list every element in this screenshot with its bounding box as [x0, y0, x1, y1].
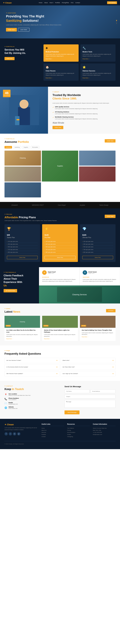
brand-0: Elizabeth — [12, 204, 18, 206]
starter-feature-0: 100 sqm plan area — [7, 240, 38, 243]
service-readmore-3[interactable]: Read More → — [82, 77, 114, 78]
hero-content: ✦ Sanitizing Providing You The Right San… — [6, 12, 62, 32]
portfolio-item-5 — [79, 166, 116, 182]
faq-plus-1: + — [56, 366, 58, 368]
starter-features: 100 sqm plan area 250 sqm plan area 500 … — [7, 240, 38, 254]
footer-link-1-0[interactable]: The Platform — [67, 428, 90, 429]
news-readmore-2[interactable]: Read More → — [82, 336, 114, 338]
faq-item-0[interactable]: Are Your Services To Date? + — [4, 358, 60, 363]
location-icon: 📍 — [4, 394, 7, 396]
contact-info: 📍 Our Location Street 19 corner and Main… — [4, 393, 56, 409]
pro-feature-3: 700 sqm plan area — [44, 248, 75, 251]
service-desc-1: Lorem ipsum dolor sit amet consectetur a… — [82, 54, 114, 57]
footer-link-1-4[interactable]: Changelog — [67, 436, 90, 437]
service-desc-3: Lorem ipsum dolor sit amet consectetur a… — [82, 72, 114, 76]
nav-about[interactable]: About — [44, 2, 48, 4]
footer-about: ✦ Cleaan Lorem ipsum dolor sit amet cons… — [4, 423, 38, 438]
pricing-order-button[interactable]: Order Now — [105, 215, 116, 218]
tab-sanitizing[interactable]: Sanitizing — [13, 146, 21, 148]
contact-name-input[interactable] — [64, 390, 90, 393]
news-title-0: As A Rule Love What You Do So Do What Yo… — [6, 329, 38, 333]
service-readmore-2[interactable]: Read More → — [46, 77, 76, 78]
all-news-button[interactable]: All News — [106, 309, 116, 312]
youtube-icon[interactable]: yt — [17, 432, 20, 436]
contact-subject-input[interactable] — [64, 395, 116, 398]
testimonials-image: Cleaning Services — [39, 286, 120, 304]
footer-link-0-0[interactable]: Home — [42, 428, 64, 429]
footer-link-0-3[interactable]: Portfolio — [42, 434, 64, 435]
faq-item-4[interactable]: Are There Other Cost? + — [60, 364, 116, 370]
contact-email-input[interactable] — [90, 390, 116, 393]
news-image-2: 27 Mar — [80, 316, 116, 328]
news-tag: ✦ News — [4, 308, 20, 309]
pricing-section: ✦ Pricing Affordable Pricing Plans Order… — [0, 208, 120, 267]
brands-section: Elizabeth WEDDING KNOT Carol Angel al-gl… — [0, 202, 120, 208]
news-card-0: Cleaning 25 Jan As A Rule Love What You … — [4, 316, 40, 341]
footer-link-1-2[interactable]: Documentation — [67, 432, 90, 433]
hero-dot-1[interactable] — [116, 20, 117, 21]
tools-icon: 🔧 — [82, 46, 114, 50]
nav-portfolio[interactable]: Portfolio — [55, 2, 60, 4]
hero-order-button[interactable]: Order Now — [6, 28, 17, 32]
ultimate-plan-button[interactable]: Select Plan — [82, 256, 113, 259]
news-card-2: 27 Mar Our Goal Is Making Your Fancy Tho… — [80, 316, 116, 341]
footer-link-2-2: +1 912 345 6789 — [93, 432, 116, 433]
portfolio-order-button[interactable]: Order Now — [105, 139, 116, 142]
footer-link-1-3[interactable]: Guides — [67, 434, 90, 435]
tab-supplies[interactable]: Supplies — [22, 146, 30, 148]
svg-text:Cleaning Services: Cleaning Services — [72, 294, 87, 296]
services-order-button[interactable]: Order Now — [4, 57, 14, 60]
ultimate-feature-1: 250 sqm plan area — [82, 243, 113, 246]
starter-plan-button[interactable]: Select Plan — [7, 256, 38, 259]
about-image: 46 Years Experience — [0, 87, 48, 134]
services-tag: ✦ Portfolio — [4, 46, 40, 47]
svg-rect-12 — [4, 182, 41, 198]
footer-copyright: © 2023 Cleaan. All Rights Reserved. — [4, 443, 24, 445]
nav-howit[interactable]: How it — [50, 2, 53, 4]
brand-2: Carol Angel — [58, 204, 66, 206]
about-order-button[interactable]: Order Now — [52, 126, 63, 129]
footer-link-0-1[interactable]: About Us — [42, 430, 64, 431]
facebook-icon[interactable]: f — [4, 432, 8, 436]
news-title-2: Our Goal Is Making Your Fancy Thoughts C… — [82, 329, 114, 331]
faq-item-1[interactable]: Is The Services Worth it for the Country… — [4, 364, 60, 370]
ultimate-feature-3: 700 sqm plan area — [82, 248, 113, 251]
news-text-2: Lorem ipsum dolor sit amet consectetur a… — [82, 332, 114, 336]
nav-pricing[interactable]: Pricing/Plan — [62, 2, 69, 4]
all-testimonials-button[interactable]: All Testimonials — [4, 289, 17, 292]
hero-dot-3[interactable] — [116, 23, 117, 24]
news-date-0: 25 Jan — [6, 325, 11, 326]
faq-plus-5: + — [112, 373, 114, 375]
service-readmore-1[interactable]: Read More → — [82, 58, 114, 60]
nav-contact[interactable]: Contact — [75, 2, 80, 4]
faq-item-5[interactable]: Can I Sign Up The Contract? + — [60, 371, 116, 376]
tab-cleaning[interactable]: Cleaning — [4, 146, 12, 148]
service-desc-0: Lorem ipsum dolor sit amet consectetur a… — [46, 54, 76, 57]
footer-link-0-4[interactable]: Contact — [42, 436, 64, 437]
pro-plan-button[interactable]: Select Plan — [44, 256, 75, 259]
contact-name-email-row — [64, 390, 116, 395]
faq-item-3[interactable]: What Is this? + — [60, 358, 116, 363]
brand-4: Yanko Design — [99, 204, 108, 206]
news-readmore-0[interactable]: Read More → — [6, 338, 38, 340]
get-started-button[interactable]: Get Started — [107, 1, 117, 4]
starter-icon: 🏆 — [7, 227, 38, 231]
faq-item-2[interactable]: Will I Receive Future Updates? + — [4, 371, 60, 376]
footer-link-1-1[interactable]: Pricing — [67, 430, 90, 431]
nav-home[interactable]: Home — [39, 2, 42, 4]
twitter-icon[interactable]: t — [9, 432, 12, 436]
hero-dot-2[interactable] — [116, 22, 117, 22]
faq-plus-4: + — [112, 366, 114, 368]
footer-logo: ✦ Cleaan — [4, 423, 38, 426]
footer-link-0-2[interactable]: Services — [42, 432, 64, 433]
navbar: ✦ Cleaan Home About How it Portfolio Pri… — [0, 0, 120, 6]
linkedin-icon[interactable]: in — [13, 432, 16, 436]
contact-message-input[interactable] — [64, 400, 116, 408]
contact-location: 📍 Our Location Street 19 corner and Main… — [4, 393, 56, 396]
tab-renovation[interactable]: Renovation — [31, 146, 40, 148]
news-readmore-1[interactable]: Read More → — [44, 338, 76, 340]
hero-learn-button[interactable]: Learn More — [18, 28, 30, 32]
nav-faq[interactable]: FAG — [71, 2, 74, 4]
service-readmore-0[interactable]: Read More → — [46, 58, 76, 60]
contact-submit-button[interactable]: Send Message — [64, 410, 80, 414]
